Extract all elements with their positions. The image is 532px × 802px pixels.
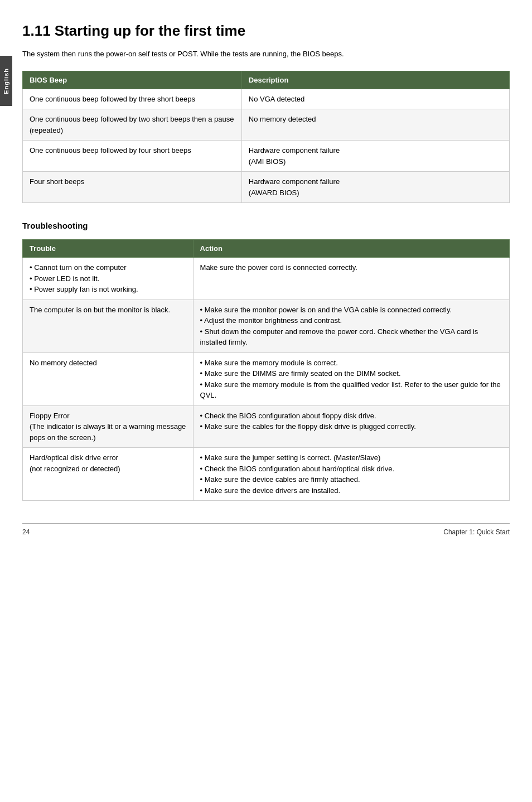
bios-col1-header: BIOS Beep: [23, 71, 242, 89]
bios-table-row: Four short beepsHardware component failu…: [23, 172, 510, 203]
action-cell: • Make sure the memory module is correct…: [193, 352, 509, 405]
bios-col2-header: Description: [241, 71, 509, 89]
trouble-table-row: • Cannot turn on the computer • Power LE…: [23, 258, 510, 300]
bios-table-row: One continuous beep followed by three sh…: [23, 89, 510, 109]
footer-chapter: Chapter 1: Quick Start: [443, 528, 510, 536]
footer: 24 Chapter 1: Quick Start: [22, 523, 510, 536]
trouble-cell: The computer is on but the monitor is bl…: [23, 299, 194, 352]
bios-desc-cell: No memory detected: [241, 109, 509, 141]
trouble-table-row: Hard/optical disk drive error (not recog…: [23, 448, 510, 501]
bios-beep-cell: One continuous beep followed by three sh…: [23, 89, 242, 109]
action-cell: • Check the BIOS configuration about flo…: [193, 405, 509, 448]
side-tab-label: English: [3, 68, 9, 94]
intro-text: The system then runs the power-on self t…: [22, 49, 510, 60]
bios-desc-cell: Hardware component failure (AMI BIOS): [241, 141, 509, 172]
troubleshooting-title: Troubleshooting: [22, 221, 510, 230]
section-title: 1.11 Starting up for the first time: [22, 22, 510, 40]
trouble-cell: • Cannot turn on the computer • Power LE…: [23, 258, 194, 300]
action-cell: • Make sure the jumper setting is correc…: [193, 448, 509, 501]
side-tab: English: [0, 56, 12, 106]
trouble-cell: No memory detected: [23, 352, 194, 405]
action-cell: • Make sure the monitor power is on and …: [193, 299, 509, 352]
trouble-table-row: No memory detected• Make sure the memory…: [23, 352, 510, 405]
bios-beep-cell: One continuous beep followed by two shor…: [23, 109, 242, 141]
trouble-col1-header: Trouble: [23, 240, 194, 258]
main-content: 1.11 Starting up for the first time The …: [22, 0, 510, 536]
trouble-table-row: The computer is on but the monitor is bl…: [23, 299, 510, 352]
bios-desc-cell: Hardware component failure (AWARD BIOS): [241, 172, 509, 203]
trouble-cell: Hard/optical disk drive error (not recog…: [23, 448, 194, 501]
bios-beep-cell: One continuous beep followed by four sho…: [23, 141, 242, 172]
bios-table-row: One continuous beep followed by two shor…: [23, 109, 510, 141]
trouble-table-row: Floppy Error (The indicator is always li…: [23, 405, 510, 448]
footer-page-number: 24: [22, 528, 30, 536]
action-cell: Make sure the power cord is connected co…: [193, 258, 509, 300]
bios-desc-cell: No VGA detected: [241, 89, 509, 109]
bios-table-row: One continuous beep followed by four sho…: [23, 141, 510, 172]
trouble-col2-header: Action: [193, 240, 509, 258]
trouble-table: Trouble Action • Cannot turn on the comp…: [22, 239, 510, 501]
trouble-cell: Floppy Error (The indicator is always li…: [23, 405, 194, 448]
bios-beep-cell: Four short beeps: [23, 172, 242, 203]
bios-table: BIOS Beep Description One continuous bee…: [22, 71, 510, 204]
